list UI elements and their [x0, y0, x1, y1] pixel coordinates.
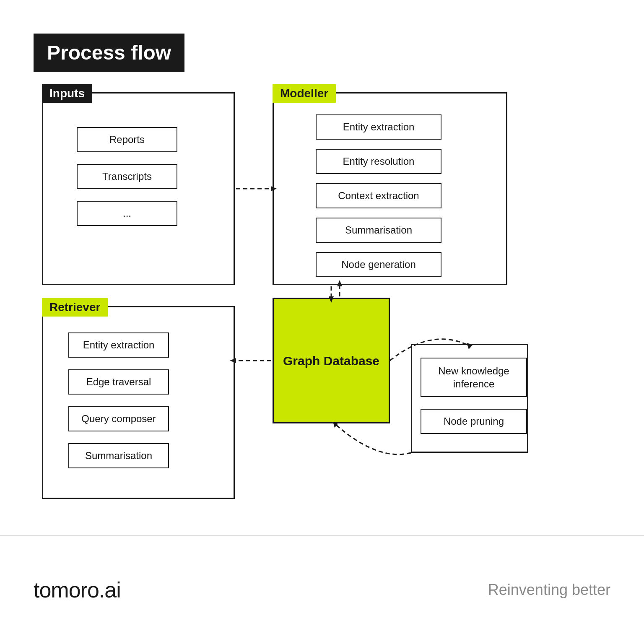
inputs-item-reports: Reports	[77, 127, 177, 152]
page-title: Process flow	[34, 34, 184, 72]
inputs-item-other: ...	[77, 201, 177, 226]
retriever-items: Entity extraction Edge traversal Query c…	[68, 332, 169, 468]
footer: tomoro.ai Reinventing better	[0, 535, 644, 644]
retriever-item-summarisation: Summarisation	[68, 443, 169, 468]
inputs-box: Inputs Reports Transcripts ...	[42, 92, 235, 285]
modeller-label: Modeller	[273, 84, 336, 103]
modeller-item-summarisation: Summarisation	[316, 218, 441, 243]
graph-database: Graph Database	[273, 298, 390, 423]
modeller-item-context-extraction: Context extraction	[316, 183, 441, 208]
retriever-label: Retriever	[42, 298, 108, 317]
modeller-box: Modeller Entity extraction Entity resolu…	[273, 92, 507, 285]
retriever-item-query-composer: Query composer	[68, 406, 169, 431]
inference-items: New knowledge inference Node pruning	[421, 358, 527, 434]
retriever-box: Retriever Entity extraction Edge travers…	[42, 306, 235, 499]
inputs-item-transcripts: Transcripts	[77, 164, 177, 189]
modeller-items: Entity extraction Entity resolution Cont…	[316, 114, 441, 277]
retriever-item-edge-traversal: Edge traversal	[68, 369, 169, 395]
inference-item-new-knowledge: New knowledge inference	[421, 358, 527, 397]
retriever-item-entity-extraction: Entity extraction	[68, 332, 169, 358]
inputs-items: Reports Transcripts ...	[77, 127, 177, 226]
modeller-item-node-generation: Node generation	[316, 252, 441, 277]
logo: tomoro.ai	[34, 577, 121, 602]
inputs-label: Inputs	[42, 84, 92, 103]
modeller-item-entity-extraction: Entity extraction	[316, 114, 441, 140]
tagline: Reinventing better	[488, 581, 610, 599]
inference-item-node-pruning: Node pruning	[421, 409, 527, 434]
inference-box: New knowledge inference Node pruning	[411, 344, 528, 453]
graph-db-label: Graph Database	[283, 353, 379, 369]
page: Process flow Inputs Reports Transcripts …	[0, 0, 644, 644]
modeller-item-entity-resolution: Entity resolution	[316, 149, 441, 174]
diagram-area: Inputs Reports Transcripts ... Modeller …	[34, 84, 610, 527]
